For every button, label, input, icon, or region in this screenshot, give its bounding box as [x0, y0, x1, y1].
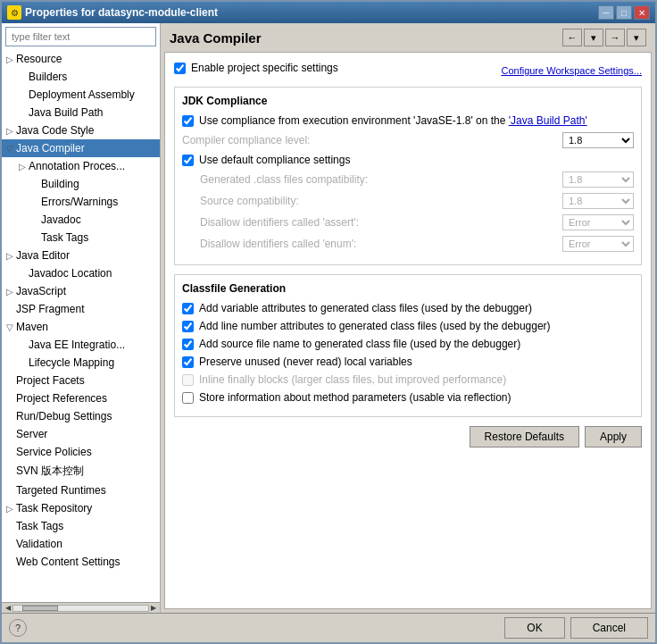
expander-icon: ▽	[4, 322, 16, 332]
forward-dropdown-button[interactable]: ▾	[627, 29, 646, 46]
use-default-compliance-label: Use default compliance settings	[199, 154, 350, 166]
maximize-button[interactable]: □	[616, 5, 632, 20]
configure-workspace-link[interactable]: Configure Workspace Settings...	[501, 65, 642, 76]
use-compliance-row: Use compliance from execution environmen…	[182, 114, 634, 127]
jdk-compliance-title: JDK Compliance	[182, 95, 634, 107]
compiler-compliance-select[interactable]: 1.8	[562, 132, 634, 148]
disallow-assert-select[interactable]: Error	[562, 214, 634, 230]
tree-item-validation[interactable]: Validation	[2, 535, 160, 553]
generated-class-row: Generated .class files compatibility: 1.…	[200, 171, 634, 188]
tree-item-jsp-fragment[interactable]: JSP Fragment	[2, 300, 160, 318]
tree-item-service-policies[interactable]: Service Policies	[2, 443, 160, 461]
enable-project-settings-row: Enable project specific settings	[174, 62, 338, 74]
apply-button[interactable]: Apply	[585, 426, 642, 447]
tree-item-project-facets[interactable]: Project Facets	[2, 372, 160, 389]
add-source-file-checkbox[interactable]	[182, 339, 194, 350]
expander-icon: ▷	[4, 504, 16, 514]
checkbox-preserve-unused: Preserve unused (never read) local varia…	[182, 355, 634, 368]
title-bar-left: ⚙ Properties for datasync-module-client	[7, 5, 218, 20]
right-panel: Java Compiler ← ▾ → ▾ Enable project spe…	[161, 23, 655, 613]
restore-defaults-button[interactable]: Restore Defaults	[470, 426, 579, 447]
tree-item-task-tags[interactable]: Task Tags	[27, 229, 160, 247]
tree-item-builders[interactable]: Builders	[14, 68, 160, 86]
tree-item-targeted-runtimes[interactable]: Targeted Runtimes	[2, 481, 160, 499]
filter-input[interactable]	[5, 27, 156, 46]
use-default-compliance-checkbox[interactable]	[182, 155, 194, 166]
left-panel: ▷ Resource Builders Deployment Assembl	[2, 23, 161, 613]
back-button[interactable]: ←	[562, 29, 582, 46]
store-method-params-label: Store information about method parameter…	[199, 391, 511, 404]
tree-item-run-debug-settings[interactable]: Run/Debug Settings	[2, 407, 160, 425]
scroll-right-arrow[interactable]: ▶	[149, 604, 158, 612]
disallow-assert-label: Disallow identifiers called 'assert':	[200, 216, 562, 229]
tree-item-errors-warnings[interactable]: Errors/Warnings	[27, 193, 160, 211]
scroll-left-arrow[interactable]: ◀	[4, 604, 12, 612]
generated-class-select[interactable]: 1.8	[562, 171, 634, 188]
title-bar-controls: ─ □ ✕	[598, 5, 650, 20]
generated-class-label: Generated .class files compatibility:	[200, 173, 562, 186]
cancel-button[interactable]: Cancel	[570, 617, 648, 639]
classfile-section-title: Classfile Generation	[182, 282, 634, 295]
back-dropdown-button[interactable]: ▾	[584, 29, 603, 46]
scrollbar-thumb[interactable]	[22, 606, 58, 611]
preserve-unused-checkbox[interactable]	[182, 356, 194, 368]
expander-icon: ▷	[16, 162, 29, 171]
store-method-params-checkbox[interactable]	[182, 392, 194, 404]
tree-item-task-repository[interactable]: ▷ Task Repository	[2, 499, 160, 517]
scrollbar-track[interactable]	[12, 605, 149, 612]
title-bar: ⚙ Properties for datasync-module-client …	[2, 2, 655, 23]
classfile-section: Classfile Generation Add variable attrib…	[174, 274, 642, 417]
tree-item-javadoc-location[interactable]: Javadoc Location	[14, 264, 160, 282]
compiler-compliance-row: Compiler compliance level: 1.8	[182, 132, 634, 148]
tree-item-annotation-process[interactable]: ▷ Annotation Proces...	[14, 157, 160, 175]
tree-item-svn[interactable]: SVN 版本控制	[2, 461, 160, 481]
tree-item-web-content-settings[interactable]: Web Content Settings	[2, 553, 160, 571]
expander-icon: ▽	[4, 144, 16, 154]
compiler-compliance-label: Compiler compliance level:	[182, 134, 562, 146]
tree-item-maven[interactable]: ▽ Maven	[2, 318, 160, 336]
add-variable-checkbox[interactable]	[182, 303, 194, 314]
add-line-number-checkbox[interactable]	[182, 321, 194, 332]
checkbox-inline-finally: Inline finally blocks (larger class file…	[182, 373, 634, 386]
tree-item-lifecycle-mapping[interactable]: Lifecycle Mapping	[14, 354, 160, 372]
ok-button[interactable]: OK	[504, 617, 564, 639]
footer-buttons: OK Cancel	[504, 617, 648, 639]
disallow-enum-label: Disallow identifiers called 'enum':	[200, 238, 562, 250]
use-compliance-checkbox[interactable]	[182, 115, 194, 127]
disallow-assert-row: Disallow identifiers called 'assert': Er…	[200, 214, 634, 230]
tree-item-task-tags-2[interactable]: Task Tags	[2, 517, 160, 535]
source-compat-select[interactable]: 1.8	[562, 193, 634, 209]
tree-item-java-build-path[interactable]: Java Build Path	[14, 104, 160, 121]
tree-item-project-references[interactable]: Project References	[2, 389, 160, 407]
inline-finally-checkbox[interactable]	[182, 374, 194, 386]
inline-finally-label: Inline finally blocks (larger class file…	[199, 373, 506, 386]
expander-icon: ▷	[4, 287, 16, 297]
tree-item-building[interactable]: Building	[27, 175, 160, 193]
tree-item-javadoc[interactable]: Javadoc	[27, 211, 160, 229]
tree-item-java-ee-integration[interactable]: Java EE Integratio...	[14, 336, 160, 354]
close-button[interactable]: ✕	[634, 5, 650, 20]
expander-icon: ▷	[4, 54, 16, 64]
minimize-button[interactable]: ─	[598, 5, 614, 20]
disallow-enum-row: Disallow identifiers called 'enum': Erro…	[200, 236, 634, 252]
tree-item-deployment-assembly[interactable]: Deployment Assembly	[14, 86, 160, 104]
tree-item-java-editor[interactable]: ▷ Java Editor	[2, 247, 160, 264]
forward-button[interactable]: →	[605, 29, 625, 46]
use-compliance-label: Use compliance from execution environmen…	[199, 114, 587, 127]
preserve-unused-label: Preserve unused (never read) local varia…	[199, 355, 412, 368]
tree-item-java-code-style[interactable]: ▷ Java Code Style	[2, 121, 160, 139]
panel-title: Java Compiler	[170, 30, 262, 46]
enable-project-settings-checkbox[interactable]	[174, 63, 186, 74]
tree-item-javascript[interactable]: ▷ JavaScript	[2, 282, 160, 300]
tree-item-resource[interactable]: ▷ Resource	[2, 50, 160, 68]
source-compat-label: Source compatibility:	[200, 195, 562, 207]
disallow-enum-select[interactable]: Error	[562, 236, 634, 252]
java-build-path-link[interactable]: 'Java Build Path'	[509, 114, 587, 127]
footer-bar: ? OK Cancel	[2, 613, 655, 642]
help-button[interactable]: ?	[9, 619, 27, 637]
horizontal-scrollbar[interactable]: ◀ ▶	[2, 602, 160, 613]
tree-item-server[interactable]: Server	[2, 425, 160, 443]
checkbox-add-line-number: Add line number attributes to generated …	[182, 320, 634, 332]
tree-item-java-compiler[interactable]: ▽ Java Compiler	[2, 139, 160, 157]
panel-toolbar: ← ▾ → ▾	[562, 29, 646, 46]
